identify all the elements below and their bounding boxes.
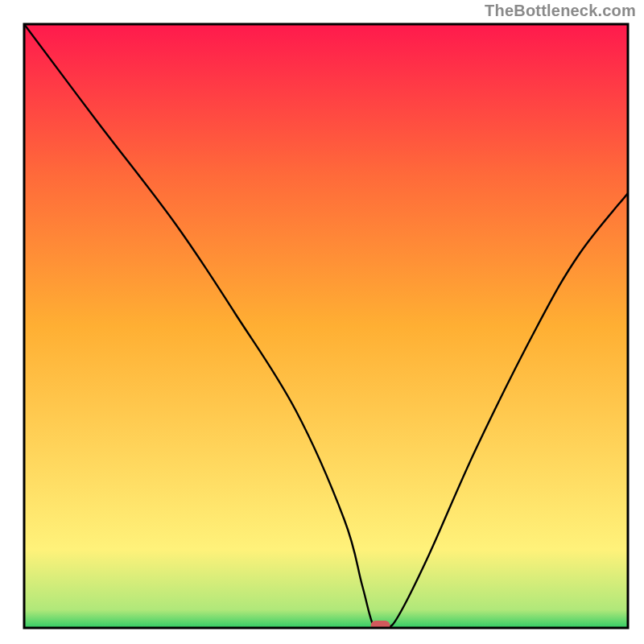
bottleneck-chart: TheBottleneck.com (0, 0, 644, 644)
attribution-label: TheBottleneck.com (485, 2, 636, 20)
plot-svg (0, 0, 644, 644)
